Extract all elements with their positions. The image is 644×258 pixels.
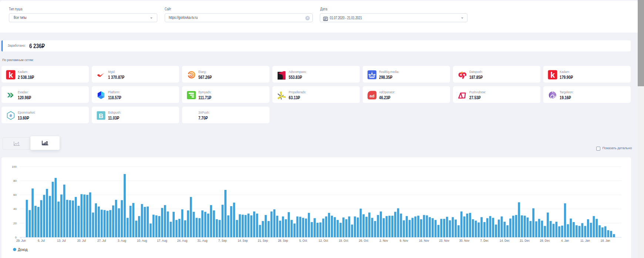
svg-text:19. Oct: 19. Oct	[339, 239, 348, 242]
svg-text:18. Jan: 18. Jan	[601, 239, 610, 242]
svg-text:2. Nov: 2. Nov	[379, 239, 388, 242]
svg-text:23. Nov: 23. Nov	[439, 239, 449, 242]
svg-text:20. Jul: 20. Jul	[77, 239, 86, 242]
svg-text:Доход: Доход	[18, 248, 27, 252]
svg-text:14. Dec: 14. Dec	[500, 239, 510, 242]
svg-text:30. Nov: 30. Nov	[459, 239, 470, 242]
svg-text:k: k	[8, 70, 13, 80]
svg-text:14. Sep: 14. Sep	[238, 239, 248, 242]
svg-text:40: 40	[13, 207, 17, 211]
svg-text:80: 80	[13, 179, 17, 182]
svg-text:17. Aug: 17. Aug	[157, 239, 167, 242]
svg-text:7. Sep: 7. Sep	[218, 239, 227, 242]
svg-text:31. Aug: 31. Aug	[197, 239, 207, 242]
svg-text:k: k	[550, 70, 555, 80]
svg-text:21. Dec: 21. Dec	[520, 239, 530, 242]
svg-text:ad: ad	[369, 94, 374, 98]
svg-text:9. Nov: 9. Nov	[400, 239, 408, 242]
svg-text:29. Jun: 29. Jun	[16, 239, 26, 242]
svg-text:20: 20	[13, 222, 17, 225]
svg-text:13. Jul: 13. Jul	[57, 239, 66, 242]
svg-text:26. Oct: 26. Oct	[359, 239, 369, 242]
svg-text:28. Sep: 28. Sep	[278, 239, 288, 242]
svg-text:60: 60	[13, 193, 17, 197]
svg-text:6. Jul: 6. Jul	[38, 239, 45, 242]
svg-text:16. Nov: 16. Nov	[419, 239, 429, 242]
svg-text:28. Dec: 28. Dec	[540, 239, 550, 242]
svg-text:7. Dec: 7. Dec	[480, 239, 489, 242]
svg-text:21. Sep: 21. Sep	[258, 239, 268, 242]
svg-text:24. Aug: 24. Aug	[177, 239, 187, 242]
svg-text:e: e	[9, 113, 12, 118]
svg-text:B: B	[98, 113, 103, 120]
svg-text:5. Oct: 5. Oct	[299, 239, 307, 242]
svg-text:100: 100	[12, 165, 17, 168]
svg-text:11. Jan: 11. Jan	[580, 239, 590, 242]
svg-text:12. Oct: 12. Oct	[319, 239, 328, 242]
svg-text:27. Jul: 27. Jul	[97, 239, 106, 242]
svg-text:4. Jan: 4. Jan	[561, 239, 569, 242]
svg-text:3. Aug: 3. Aug	[118, 239, 126, 242]
svg-text:10. Aug: 10. Aug	[137, 239, 147, 242]
